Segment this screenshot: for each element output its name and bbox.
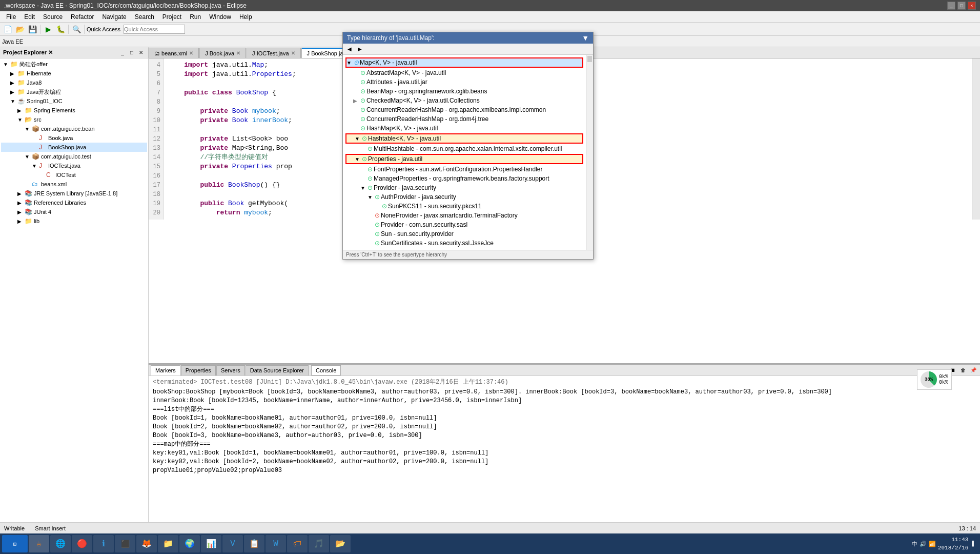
menu-file[interactable]: File — [2, 12, 20, 22]
new-button[interactable]: 📄 — [2, 24, 13, 35]
taskbar-ie[interactable]: ℹ — [93, 535, 114, 552]
panel-close-btn[interactable]: ✕ — [137, 49, 145, 57]
menu-edit[interactable]: Edit — [20, 12, 39, 22]
taskbar-excel[interactable]: 📊 — [201, 535, 221, 552]
h-item-suncerts[interactable]: ⊙ SunCertificates - sun.security.ssl.Jss… — [345, 239, 584, 248]
tree-item-spring01[interactable]: ▼ ☕ Spring01_IOC — [1, 96, 147, 106]
tree-item-src[interactable]: ▼ 📂 src — [1, 115, 147, 124]
tab-book-java[interactable]: J Book.java ✕ — [199, 48, 246, 58]
dialog-scrollbar[interactable] — [586, 55, 593, 250]
h-item-concurrent2[interactable]: ⊙ ConcurrentReaderHashMap - org.dom4j.tr… — [345, 114, 584, 124]
hierarchy-tree-container[interactable]: ▼ ⊙ Map<K, V> - java.util ⊙ AbstractMap<… — [343, 55, 586, 250]
tree-item-java8[interactable]: ▶ 📁 Java8 — [1, 78, 147, 87]
run-button[interactable]: ▶ — [43, 24, 54, 35]
taskbar-cmd[interactable]: ⬛ — [115, 535, 135, 552]
menu-project[interactable]: Project — [158, 12, 186, 22]
tab-ioctest-java[interactable]: J IOCTest.java ✕ — [247, 48, 301, 58]
panel-maximize-btn[interactable]: □ — [128, 49, 136, 57]
tab-properties[interactable]: Properties — [181, 365, 216, 375]
menu-refactor[interactable]: Refactor — [67, 12, 98, 22]
maximize-button[interactable]: □ — [957, 2, 966, 10]
menu-search[interactable]: Search — [131, 12, 158, 22]
menu-navigate[interactable]: Navigate — [98, 12, 130, 22]
tree-item-book-java[interactable]: J Book.java — [1, 133, 147, 143]
panel-minimize-btn[interactable]: _ — [118, 49, 127, 57]
h-item-concurrent1[interactable]: ⊙ ConcurrentReaderHashMap - org.apache.x… — [345, 105, 584, 114]
h-item-attributes[interactable]: ⊙ Attributes - java.util.jar — [345, 77, 584, 87]
tab-console[interactable]: Console — [311, 365, 341, 375]
tab-servers[interactable]: Servers — [216, 365, 245, 375]
console-clear-btn[interactable]: 🗑 — [958, 366, 968, 375]
tab-close[interactable]: ✕ — [291, 50, 295, 56]
tree-item-spring-elements[interactable]: ▶ 📁 Spring Elements — [1, 106, 147, 115]
panel-controls[interactable]: _ □ ✕ — [118, 49, 145, 57]
taskbar-app4[interactable]: 🏷 — [287, 535, 308, 552]
h-item-map[interactable]: ▼ ⊙ Map<K, V> - java.util — [345, 57, 583, 68]
taskbar-music[interactable]: 🎵 — [309, 535, 329, 552]
scrollbar-thumb[interactable] — [587, 56, 592, 62]
menu-run[interactable]: Run — [186, 12, 205, 22]
menu-window[interactable]: Window — [205, 12, 235, 22]
taskbar-eclipse[interactable]: ☕ — [29, 535, 49, 552]
tab-beans-xml[interactable]: 🗂 beans.xml ✕ — [149, 48, 199, 58]
minimize-button[interactable]: _ — [947, 2, 955, 10]
menu-source[interactable]: Source — [39, 12, 67, 22]
start-button[interactable]: ⊞ — [2, 535, 28, 552]
tree-item-bookshop-java[interactable]: J BookShop.java — [1, 143, 147, 152]
tree-item-ioctest-class[interactable]: C IOCTest — [1, 170, 147, 180]
taskbar-file[interactable]: 📁 — [158, 535, 178, 552]
taskbar-app2[interactable]: 🔴 — [72, 535, 92, 552]
h-item-properties[interactable]: ▼ ⊙ Properties - java.util — [345, 154, 583, 164]
dialog-back-btn[interactable]: ◀ — [345, 45, 354, 54]
h-item-sun[interactable]: ⊙ Sun - sun.security.provider — [345, 229, 584, 239]
h-item-hashmap[interactable]: ⊙ HashMap<K, V> - java.util — [345, 124, 584, 133]
debug-button[interactable]: 🐛 — [55, 24, 66, 35]
save-button[interactable]: 💾 — [27, 24, 38, 35]
taskbar-show-desktop[interactable]: ▐ — [970, 541, 974, 547]
h-item-hashtable[interactable]: ▼ ⊙ Hashtable<K, V> - java.util — [345, 133, 583, 144]
tab-close[interactable]: ✕ — [236, 50, 240, 56]
tree-item-test-package[interactable]: ▼ 📦 com.atguigu.ioc.test — [1, 152, 147, 161]
h-item-noneprovider[interactable]: ⊙ NoneProvider - javax.smartcardio.Termi… — [345, 211, 584, 220]
console-controls[interactable]: ⏹ 🗑 📌 — [948, 366, 978, 375]
taskbar-word[interactable]: W — [266, 535, 286, 552]
tree-item-lib[interactable]: ▶ 📁 lib — [1, 216, 147, 226]
open-button[interactable]: 📂 — [14, 24, 26, 35]
dialog-forward-btn[interactable]: ▶ — [355, 45, 364, 54]
h-item-abstractmap[interactable]: ⊙ AbstractMap<K, V> - java.util — [345, 68, 584, 77]
tree-item-jre[interactable]: ▶ 📚 JRE System Library [JavaSE-1.8] — [1, 189, 147, 198]
menu-help[interactable]: Help — [235, 12, 256, 22]
taskbar-browser2[interactable]: 🦊 — [136, 535, 157, 552]
tree-item-java-prog[interactable]: ▶ 📁 Java开发编程 — [1, 87, 147, 96]
h-item-fontprops[interactable]: ⊙ FontProperties - sun.awt.FontConfigura… — [345, 165, 584, 174]
taskbar-clock[interactable]: 11:43 2018/2/16 — [938, 536, 968, 552]
tree-item-junit4[interactable]: ▶ 📚 JUnit 4 — [1, 207, 147, 216]
close-button[interactable]: × — [968, 2, 976, 10]
taskbar-file2[interactable]: 📂 — [330, 535, 351, 552]
tree-item-offer[interactable]: ▼ 📁 尚硅谷offer — [1, 60, 147, 69]
h-item-saslprovider[interactable]: ⊙ Provider - com.sun.security.sasl — [345, 220, 584, 229]
taskbar-browser1[interactable]: 🌐 — [50, 535, 71, 552]
tree-item-referenced-libs[interactable]: ▶ 📚 Referenced Libraries — [1, 198, 147, 207]
tree-item-ioctest-java[interactable]: ▼ J IOCTest.java — [1, 161, 147, 170]
h-item-managedprops[interactable]: ⊙ ManagedProperties - org.springframewor… — [345, 174, 584, 183]
h-item-multihashtable[interactable]: ⊙ MultiHashtable - com.sun.org.apache.xa… — [345, 144, 584, 153]
tab-markers[interactable]: Markers — [151, 365, 180, 375]
taskbar-chrome[interactable]: 🌍 — [179, 535, 200, 552]
tree-item-bean-package[interactable]: ▼ 📦 com.atguigu.ioc.bean — [1, 124, 147, 133]
h-item-beanmap[interactable]: ⊙ BeanMap - org.springframework.cglib.be… — [345, 87, 584, 96]
window-controls[interactable]: _ □ × — [947, 2, 976, 10]
tree-item-hibernate[interactable]: ▶ 📁 Hibernate — [1, 69, 147, 78]
h-item-provider[interactable]: ▼ ⊙ Provider - java.security — [345, 183, 584, 192]
h-item-authprovider[interactable]: ▼ ⊙ AuthProvider - java.security — [345, 192, 584, 202]
tab-datasource[interactable]: Data Source Explorer — [246, 365, 309, 375]
taskbar-app3[interactable]: V — [222, 535, 243, 552]
h-item-checkedmap[interactable]: ▶ ⊙ CheckedMap<K, V> - java.util.Collect… — [345, 96, 584, 105]
taskbar-powerpoint[interactable]: 📋 — [244, 535, 264, 552]
tab-close[interactable]: ✕ — [189, 50, 193, 56]
dialog-close-btn[interactable]: ▼ — [582, 34, 589, 42]
tree-item-beans-xml[interactable]: 🗂 beans.xml — [1, 180, 147, 189]
quick-access-input[interactable] — [124, 25, 185, 34]
search-toolbar-button[interactable]: 🔍 — [71, 24, 82, 35]
h-item-sunpkcs[interactable]: ⊙ SunPKCS11 - sun.security.pkcs11 — [345, 202, 584, 211]
